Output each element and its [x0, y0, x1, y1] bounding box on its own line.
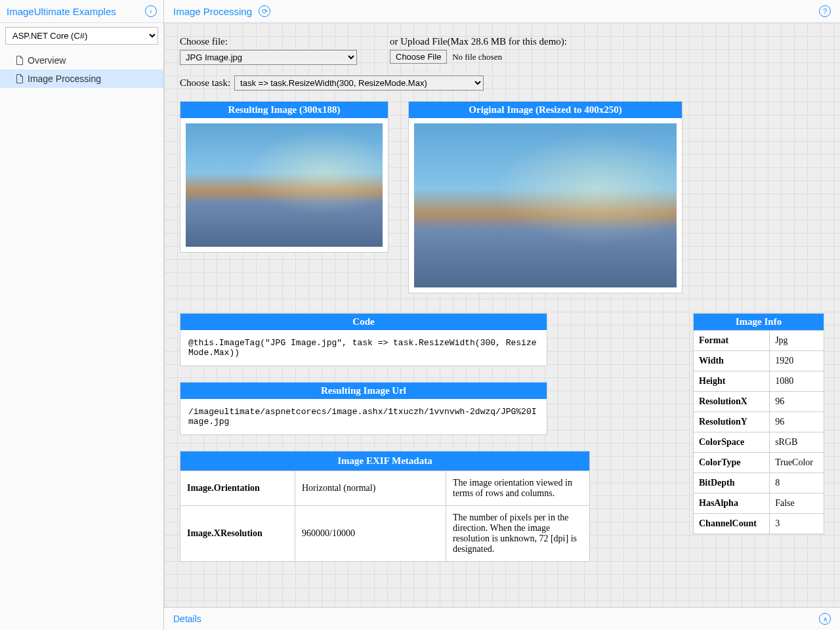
exif-row: Image.XResolution960000/10000The number … [180, 506, 590, 562]
help-icon[interactable]: ? [819, 5, 831, 17]
collapse-sidebar-icon[interactable]: ‹ [145, 5, 157, 17]
info-val: 96 [770, 392, 824, 412]
page-title: Image Processing [173, 6, 252, 17]
info-row: ResolutionY96 [694, 412, 824, 432]
nav-item-image-processing[interactable]: Image Processing [0, 70, 163, 88]
info-row: Width1920 [694, 351, 824, 371]
url-panel-body: /imageultimate/aspnetcorecs/image.ashx/1… [180, 399, 547, 434]
info-key: ResolutionY [694, 412, 770, 432]
upload-file-label: or Upload File(Max 28.6 MB for this demo… [390, 36, 567, 47]
original-image-header: Original Image (Resized to 400x250) [409, 102, 682, 118]
sidebar-title: ImageUltimate Examples [7, 6, 116, 17]
exif-header: Image EXIF Metadata [180, 452, 590, 471]
file-select[interactable]: JPG Image.jpg [180, 50, 357, 65]
exif-table: Image EXIF Metadata Image.OrientationHor… [180, 451, 590, 562]
info-key: HasAlpha [694, 494, 770, 514]
info-val: 1080 [770, 371, 824, 392]
nav-list: Overview Image Processing [0, 49, 163, 91]
info-key: BitDepth [694, 473, 770, 494]
info-val: TrueColor [770, 453, 824, 473]
info-key: Format [694, 331, 770, 351]
info-val: 3 [770, 514, 824, 534]
info-key: Width [694, 351, 770, 371]
info-key: Height [694, 371, 770, 392]
content-area: Choose file: JPG Image.jpg or Upload Fil… [164, 23, 840, 607]
info-key: ChannelCount [694, 514, 770, 534]
details-bar[interactable]: Details ∧ [164, 607, 840, 630]
no-file-text: No file chosen [452, 52, 502, 62]
exif-key: Image.XResolution [180, 506, 295, 562]
exif-key: Image.Orientation [180, 471, 295, 506]
exif-row: Image.OrientationHorizontal (normal)The … [180, 471, 590, 506]
file-icon [16, 56, 24, 65]
info-row: Height1080 [694, 371, 824, 392]
resulting-image [186, 123, 383, 247]
info-val: 8 [770, 473, 824, 494]
refresh-icon[interactable]: ⟳ [259, 5, 270, 17]
original-image [414, 123, 677, 287]
file-icon [16, 74, 24, 83]
info-row: ResolutionX96 [694, 392, 824, 412]
exif-desc: The image orientation viewed in terms of… [446, 471, 590, 506]
nav-item-label: Image Processing [28, 74, 101, 84]
info-key: ColorType [694, 453, 770, 473]
info-key: ResolutionX [694, 392, 770, 412]
image-info-table: Image Info FormatJpgWidth1920Height1080R… [693, 313, 824, 534]
info-row: ChannelCount3 [694, 514, 824, 534]
resulting-image-card: Resulting Image (300x188) [180, 101, 388, 253]
exif-val: Horizontal (normal) [295, 471, 446, 506]
nav-item-overview[interactable]: Overview [0, 51, 163, 70]
sidebar: ImageUltimate Examples ‹ ASP.NET Core (C… [0, 0, 164, 630]
expand-details-icon[interactable]: ∧ [819, 613, 831, 625]
info-row: FormatJpg [694, 331, 824, 351]
original-image-card: Original Image (Resized to 400x250) [408, 101, 682, 293]
info-val: 1920 [770, 351, 824, 371]
choose-file-button[interactable]: Choose File [390, 50, 447, 64]
url-panel-header: Resulting Image Url [180, 383, 547, 399]
main-header: Image Processing ⟳ ? [164, 0, 840, 23]
nav-item-label: Overview [28, 55, 66, 66]
info-row: BitDepth8 [694, 473, 824, 494]
task-select[interactable]: task => task.ResizeWidth(300, ResizeMode… [234, 75, 484, 91]
info-val: sRGB [770, 432, 824, 453]
code-panel-header: Code [180, 314, 547, 330]
info-row: ColorSpacesRGB [694, 432, 824, 453]
info-row: ColorTypeTrueColor [694, 453, 824, 473]
choose-file-label: Choose file: [180, 36, 357, 47]
framework-select[interactable]: ASP.NET Core (C#) [5, 27, 158, 45]
info-val: False [770, 494, 824, 514]
info-key: ColorSpace [694, 432, 770, 453]
exif-desc: The number of pixels per in the directio… [446, 506, 590, 562]
resulting-image-header: Resulting Image (300x188) [180, 102, 388, 118]
exif-val: 960000/10000 [295, 506, 446, 562]
code-panel-body: @this.ImageTag("JPG Image.jpg", task => … [180, 330, 547, 366]
info-row: HasAlphaFalse [694, 494, 824, 514]
details-label: Details [173, 614, 201, 624]
info-val: Jpg [770, 331, 824, 351]
choose-task-label: Choose task: [180, 77, 230, 89]
info-val: 96 [770, 412, 824, 432]
image-info-header: Image Info [694, 314, 824, 331]
